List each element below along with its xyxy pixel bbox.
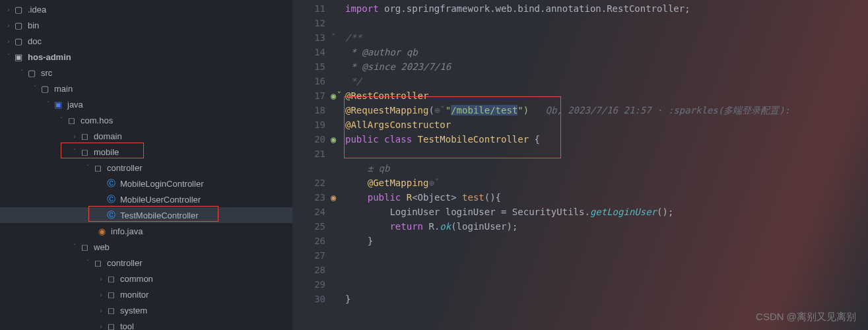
chevron-down-icon: ˇ xyxy=(44,101,53,108)
url-icon[interactable]: ⊕ˇ xyxy=(428,178,440,188)
chevron-down-icon: ˇ xyxy=(70,244,79,251)
tree-item-com-hos[interactable]: ˇ ◻ com.hos xyxy=(0,112,292,128)
tree-item-hos-admin[interactable]: ˇ ▣ hos-admin xyxy=(0,49,292,65)
package-icon: ◻ xyxy=(106,273,116,284)
package-icon: ◻ xyxy=(66,115,77,125)
tree-label: common xyxy=(120,274,153,284)
tree-item-info[interactable]: ◉ info.java xyxy=(0,223,292,239)
tree-item-tool[interactable]: › ◻ tool xyxy=(0,318,292,330)
chevron-down-icon: ˇ xyxy=(4,53,13,61)
code-area[interactable]: import org.springframework.web.bind.anno… xyxy=(345,0,868,330)
chevron-down-icon: ˇ xyxy=(83,259,92,267)
package-icon: ◻ xyxy=(79,242,90,252)
module-icon: ▣ xyxy=(13,51,24,62)
tree-label: src xyxy=(41,68,52,78)
tree-item-controller[interactable]: ˇ ◻ controller xyxy=(0,160,292,176)
line-gutter: 11 12 13 14 15 16 17 18 19 20 21 22 23 2… xyxy=(292,0,331,330)
tree-item-mobileuser[interactable]: Ⓒ MobileUserController xyxy=(0,191,292,207)
tree-label: controller xyxy=(107,163,142,173)
tree-label: hos-admin xyxy=(28,52,71,62)
chevron-right-icon: › xyxy=(96,323,106,330)
tree-label: tool xyxy=(120,321,134,331)
tree-item-mobilelogin[interactable]: Ⓒ MobileLoginController xyxy=(0,176,292,191)
tree-item-bin[interactable]: › ▢ bin xyxy=(0,17,292,33)
tree-item-src[interactable]: ˇ ▢ src xyxy=(0,65,292,81)
chevron-right-icon: › xyxy=(4,38,13,45)
class-icon: Ⓒ xyxy=(106,178,116,189)
run-gutter-icon[interactable]: ◉ˇ xyxy=(331,90,342,101)
package-icon: ◻ xyxy=(106,305,116,315)
tree-label: TestMobileController xyxy=(120,211,199,220)
author-inlay: ± qb xyxy=(368,163,390,174)
tree-label: MobileUserController xyxy=(120,195,201,205)
tree-item-testmobile[interactable]: Ⓒ TestMobileController xyxy=(0,207,292,223)
chevron-down-icon: ˇ xyxy=(17,69,26,77)
fold-icon[interactable]: ˇ xyxy=(331,32,336,43)
tree-item-java[interactable]: ˇ ▣ java xyxy=(0,96,292,112)
tree-label: bin xyxy=(28,20,39,30)
package-icon: ◻ xyxy=(106,289,116,300)
tree-item-monitor[interactable]: › ◻ monitor xyxy=(0,286,292,302)
package-icon: ◻ xyxy=(92,162,103,173)
tree-label: controller xyxy=(107,258,142,268)
package-icon: ◻ xyxy=(92,257,103,268)
gutter-mark-icon[interactable]: ◉ xyxy=(331,192,336,203)
tree-item-web-controller[interactable]: ˇ ◻ controller xyxy=(0,255,292,271)
tree-item-main[interactable]: ˇ ▢ main xyxy=(0,81,292,96)
chevron-right-icon: › xyxy=(96,307,106,314)
gutter-icons: ˇ ◉ˇ ◉ ◉ xyxy=(331,0,345,330)
watermark: CSDN @离别又见离别 xyxy=(756,311,856,323)
tree-label: com.hos xyxy=(81,116,113,125)
class-icon: Ⓒ xyxy=(106,210,116,220)
tree-label: web xyxy=(94,242,110,252)
chevron-right-icon: › xyxy=(96,291,106,298)
tree-item-system[interactable]: › ◻ system xyxy=(0,302,292,318)
chevron-down-icon: ˇ xyxy=(83,164,92,172)
tree-label: doc xyxy=(28,36,42,46)
chevron-right-icon: › xyxy=(96,275,106,282)
code-editor[interactable]: 11 12 13 14 15 16 17 18 19 20 21 22 23 2… xyxy=(292,0,868,330)
folder-icon: ▢ xyxy=(13,36,24,46)
tree-item-domain[interactable]: › ◻ domain xyxy=(0,128,292,144)
folder-icon: ▢ xyxy=(13,4,24,15)
run-gutter-icon[interactable]: ◉ xyxy=(331,134,336,145)
class-icon: Ⓒ xyxy=(106,194,116,205)
package-icon: ◻ xyxy=(79,131,90,141)
tree-label: .idea xyxy=(28,5,46,15)
sourceroot-icon: ▣ xyxy=(53,99,63,110)
folder-icon: ▢ xyxy=(26,67,37,78)
tree-label: main xyxy=(54,84,73,94)
tree-label: java xyxy=(67,100,83,110)
chevron-right-icon: › xyxy=(70,133,79,140)
tree-label: monitor xyxy=(120,290,149,300)
tree-label: MobileLoginController xyxy=(120,179,203,189)
folder-icon: ▢ xyxy=(13,20,24,30)
tree-item-web[interactable]: ˇ ◻ web xyxy=(0,239,292,255)
chevron-right-icon: › xyxy=(4,6,13,13)
tree-item-common[interactable]: › ◻ common xyxy=(0,271,292,286)
project-tree[interactable]: › ▢ .idea › ▢ bin › ▢ doc ˇ ▣ hos-admin … xyxy=(0,0,292,330)
java-file-icon: ◉ xyxy=(96,226,107,236)
package-icon: ◻ xyxy=(106,321,116,330)
tree-item-mobile[interactable]: ˇ ◻ mobile xyxy=(0,144,292,160)
chevron-down-icon: ˇ xyxy=(57,117,66,124)
tree-label: system xyxy=(120,306,147,315)
chevron-down-icon: ˇ xyxy=(30,85,40,92)
git-blame-inlay: Qb, 2023/7/16 21:57 · :sparkles(多端登录配置): xyxy=(529,105,790,116)
tree-label: domain xyxy=(94,131,122,141)
tree-item-doc[interactable]: › ▢ doc xyxy=(0,33,292,49)
selected-text: /mobile/test xyxy=(451,105,517,116)
tree-label: info.java xyxy=(111,226,143,236)
url-icon[interactable]: ⊕ˇ xyxy=(434,105,446,116)
chevron-right-icon: › xyxy=(4,22,13,29)
chevron-down-icon: ˇ xyxy=(70,148,79,156)
folder-icon: ▢ xyxy=(40,83,50,94)
tree-label: mobile xyxy=(94,147,119,157)
tree-item-idea[interactable]: › ▢ .idea xyxy=(0,1,292,17)
package-icon: ◻ xyxy=(79,147,90,157)
